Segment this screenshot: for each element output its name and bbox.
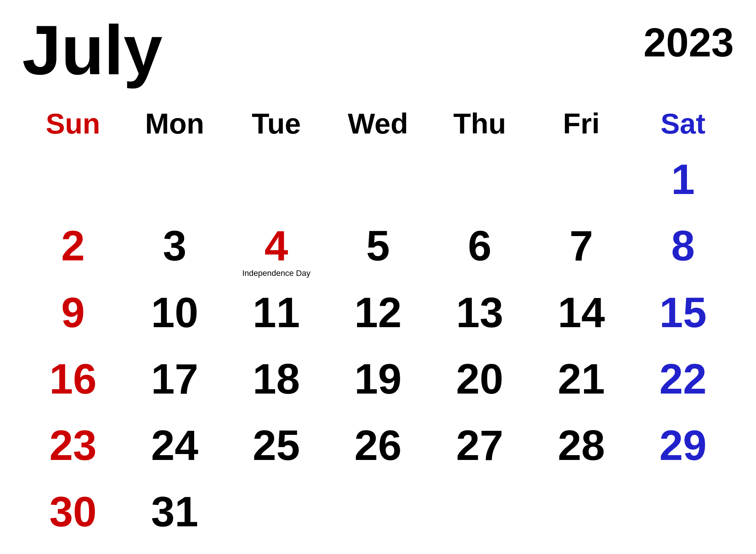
day-number: 22 <box>659 358 707 400</box>
day-number: 2 <box>61 225 85 267</box>
day-header-mon: Mon <box>124 100 225 152</box>
day-cell <box>124 152 225 218</box>
day-number: 3 <box>163 225 186 267</box>
day-number: 13 <box>456 291 503 334</box>
day-cell: 22 <box>632 351 734 418</box>
day-cell: 20 <box>429 351 530 418</box>
day-number: 31 <box>151 491 198 533</box>
day-cell: 30 <box>22 484 124 550</box>
day-number: 17 <box>151 358 198 400</box>
day-number: 10 <box>151 291 198 334</box>
day-cell: 14 <box>530 285 632 351</box>
day-cell: 23 <box>22 418 124 484</box>
day-cell: 1 <box>632 152 734 218</box>
month-title: July <box>22 15 162 85</box>
day-cell <box>226 484 327 550</box>
day-number: 16 <box>49 358 97 400</box>
day-number: 28 <box>558 424 605 467</box>
day-cell <box>530 484 632 550</box>
day-cell: 10 <box>124 285 225 351</box>
day-cell <box>226 152 327 218</box>
day-cell: 24 <box>124 418 225 484</box>
day-cell <box>429 484 530 550</box>
day-header-sun: Sun <box>22 100 124 152</box>
day-cell: 25 <box>226 418 327 484</box>
day-number: 27 <box>456 424 503 467</box>
day-cell: 13 <box>429 285 530 351</box>
day-cell: 8 <box>632 218 734 285</box>
day-cell: 7 <box>530 218 632 285</box>
calendar-header: July 2023 <box>22 15 734 85</box>
day-cell: 15 <box>632 285 734 351</box>
day-number: 19 <box>354 358 402 400</box>
day-number: 14 <box>558 291 605 334</box>
day-cell: 5 <box>327 218 429 285</box>
day-number: 1 <box>671 158 695 201</box>
day-cell: 18 <box>226 351 327 418</box>
day-cell <box>429 152 530 218</box>
day-cell: 11 <box>226 285 327 351</box>
calendar-grid: SunMonTueWedThuFriSat1234Independence Da… <box>22 100 734 550</box>
day-number: 6 <box>468 225 491 267</box>
day-cell: 6 <box>429 218 530 285</box>
day-number: 11 <box>253 291 300 334</box>
day-number: 21 <box>558 358 605 400</box>
day-number: 20 <box>456 358 503 400</box>
day-cell: 2 <box>22 218 124 285</box>
day-cell <box>327 484 429 550</box>
day-cell: 4Independence Day <box>226 218 327 285</box>
day-number: 24 <box>151 424 198 467</box>
day-header-sat: Sat <box>632 100 734 152</box>
day-cell: 16 <box>22 351 124 418</box>
day-header-wed: Wed <box>327 100 429 152</box>
day-number: 29 <box>659 424 707 467</box>
day-number: 4 <box>265 225 288 267</box>
day-header-fri: Fri <box>530 100 632 152</box>
day-number: 23 <box>49 424 97 467</box>
day-cell: 9 <box>22 285 124 351</box>
day-cell: 3 <box>124 218 225 285</box>
holiday-label: Independence Day <box>242 269 310 278</box>
day-number: 8 <box>671 225 695 267</box>
day-cell: 21 <box>530 351 632 418</box>
day-number: 15 <box>659 291 707 334</box>
day-cell <box>530 152 632 218</box>
day-cell: 12 <box>327 285 429 351</box>
day-cell: 26 <box>327 418 429 484</box>
day-cell <box>22 152 124 218</box>
day-number: 9 <box>61 291 85 334</box>
day-cell: 27 <box>429 418 530 484</box>
day-cell <box>632 484 734 550</box>
day-number: 12 <box>354 291 402 334</box>
day-cell <box>327 152 429 218</box>
day-number: 18 <box>253 358 300 400</box>
day-header-tue: Tue <box>226 100 327 152</box>
day-number: 7 <box>570 225 593 267</box>
day-number: 26 <box>354 424 402 467</box>
year-title: 2023 <box>643 15 734 63</box>
day-cell: 28 <box>530 418 632 484</box>
day-cell: 19 <box>327 351 429 418</box>
day-header-thu: Thu <box>429 100 530 152</box>
day-number: 25 <box>253 424 300 467</box>
day-number: 5 <box>366 225 390 267</box>
day-cell: 31 <box>124 484 225 550</box>
day-number: 30 <box>49 491 97 533</box>
day-cell: 17 <box>124 351 225 418</box>
day-cell: 29 <box>632 418 734 484</box>
